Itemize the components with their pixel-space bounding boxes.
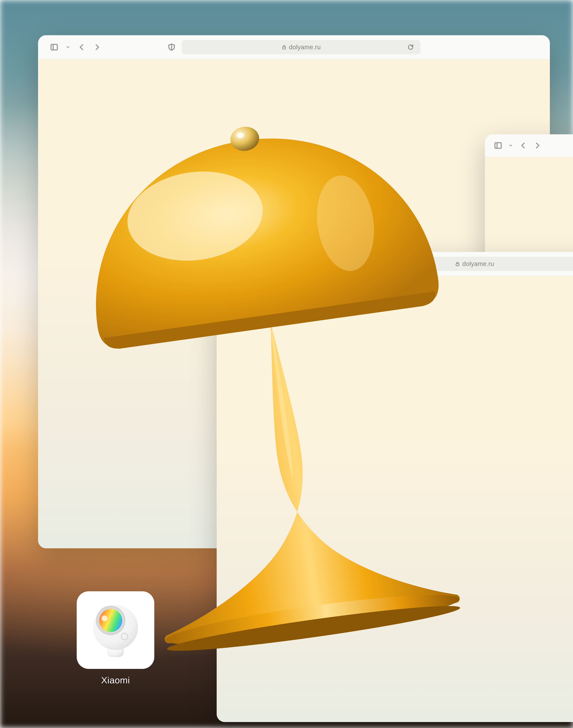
svg-rect-3	[282, 47, 285, 49]
titlebar-left-controls	[38, 43, 101, 51]
lock-icon	[455, 261, 460, 266]
titlebar: dolyame.ru	[217, 252, 573, 276]
svg-rect-0	[51, 44, 57, 50]
back-icon[interactable]	[77, 43, 86, 51]
titlebar: dolyame.ru	[38, 35, 550, 59]
sidebar-icon[interactable]	[494, 141, 502, 150]
chevron-down-icon[interactable]	[242, 260, 247, 268]
sidebar-icon[interactable]	[50, 43, 58, 51]
forward-icon[interactable]	[93, 43, 101, 51]
url-text: dolyame.ru	[289, 44, 321, 51]
refresh-icon[interactable]	[407, 44, 414, 50]
titlebar-center: dolyame.ru	[167, 40, 420, 54]
svg-rect-9	[456, 264, 459, 266]
back-icon[interactable]	[253, 260, 262, 268]
address-bar[interactable]: dolyame.ru	[182, 40, 420, 54]
svg-rect-6	[228, 261, 235, 267]
url-text: dolyame.ru	[462, 260, 494, 267]
lock-icon	[281, 45, 286, 50]
titlebar-left-controls	[485, 141, 542, 150]
privacy-shield-icon[interactable]	[333, 260, 342, 268]
chevron-down-icon[interactable]	[508, 141, 513, 150]
address-bar[interactable]: dolyame.ru	[348, 257, 573, 271]
chevron-down-icon[interactable]	[65, 43, 70, 51]
privacy-shield-icon[interactable]	[167, 43, 176, 51]
svg-rect-4	[495, 143, 501, 148]
forward-icon[interactable]	[533, 141, 542, 150]
back-icon[interactable]	[519, 141, 527, 150]
titlebar-left-controls	[217, 260, 277, 268]
sidebar-icon[interactable]	[227, 260, 236, 268]
titlebar	[485, 134, 573, 157]
titlebar-center: dolyame.ru	[333, 257, 573, 271]
desktop-app-xiaomi[interactable]: Xiaomi	[72, 591, 159, 685]
browser-window-3: dolyame.ru	[217, 252, 573, 722]
app-icon-label: Xiaomi	[101, 675, 130, 685]
forward-icon[interactable]	[268, 260, 277, 268]
app-icon-tile	[77, 591, 154, 669]
